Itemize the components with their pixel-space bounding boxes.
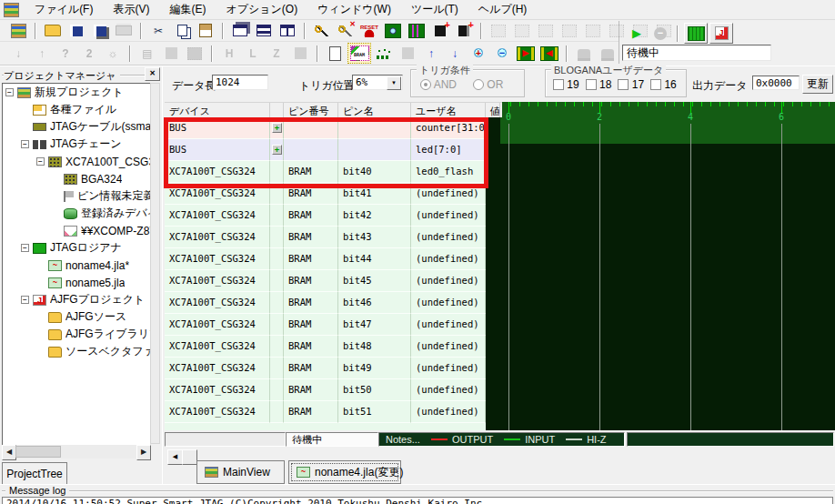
move-down-button[interactable]: ↓	[444, 44, 466, 63]
tree-item-1[interactable]: 各種ファイル	[3, 101, 150, 118]
boundary-scan-view-button[interactable]	[382, 21, 404, 40]
column-header-デバイス[interactable]: デバイス	[165, 103, 270, 117]
table-row[interactable]: XC7A100T_CSG324BRAMbit40led0_flash	[165, 161, 486, 183]
set-high-button[interactable]: H	[218, 44, 240, 63]
trigger-out-button[interactable]: ◀	[538, 44, 560, 63]
chevron-down-icon[interactable]: ▼	[387, 76, 401, 90]
update-button[interactable]: 更新	[802, 75, 833, 94]
tree-vertical-scrollbar[interactable]	[150, 83, 160, 444]
table-row[interactable]: XC7A100T_CSG324BRAMbit44(undefined)	[165, 248, 486, 270]
paste-button[interactable]	[195, 21, 216, 40]
copy-button[interactable]	[171, 21, 193, 40]
run-status-field[interactable]: 待機中	[622, 45, 771, 61]
menu-item-3[interactable]: オプション(O)	[216, 0, 307, 19]
zoom-in-button[interactable]: +	[468, 44, 489, 63]
tree-item-0[interactable]: −新規プロジェクト	[3, 84, 150, 101]
new-waveform-button[interactable]	[324, 44, 346, 63]
tree-expander-icon[interactable]: −	[36, 157, 45, 166]
table-row[interactable]: BUS+counter[31:0]	[165, 117, 486, 139]
data-length-input[interactable]: 1024	[212, 75, 268, 90]
menu-item-2[interactable]: 編集(E)	[159, 0, 216, 19]
chip-gray-button[interactable]	[184, 44, 206, 63]
open-project-button[interactable]	[42, 21, 64, 40]
tree-item-5[interactable]: BGA324	[3, 170, 150, 187]
tab-project-tree[interactable]: ProjectTree	[2, 462, 67, 484]
expand-bus-icon[interactable]: +	[272, 123, 282, 133]
close-panel-button[interactable]: ✕	[145, 67, 160, 81]
blogana-bit-16-checkbox[interactable]: 16	[650, 78, 677, 91]
verify-button[interactable]: ?	[55, 44, 76, 63]
tab-scroll-box[interactable]	[182, 449, 197, 465]
menu-item-5[interactable]: ツール(T)	[401, 0, 468, 19]
print-button[interactable]	[113, 21, 135, 40]
menu-item-6[interactable]: ヘルプ(H)	[468, 0, 538, 19]
tree-item-3[interactable]: −JTAGチェーン	[3, 136, 150, 153]
table-row[interactable]: XC7A100T_CSG324BRAMbit47(undefined)	[165, 314, 486, 336]
scrollbar-thumb[interactable]	[15, 446, 61, 458]
trigger-position-select[interactable]: 6% ▼	[352, 75, 403, 90]
table-row[interactable]: XC7A100T_CSG324BRAMbit51(undefined)	[165, 401, 486, 423]
tree-expander-icon[interactable]: −	[21, 140, 29, 148]
column-header-ユーザ名[interactable]: ユーザ名	[411, 103, 486, 117]
tab-main-view[interactable]: MainView	[196, 460, 285, 484]
placeholder-2-button[interactable]	[289, 44, 311, 63]
tree-item-14[interactable]: AJFGライブラリファイル	[3, 326, 150, 343]
package-5-button[interactable]	[582, 21, 604, 40]
bga-view-button[interactable]	[7, 21, 29, 40]
blogana-bit-17-checkbox[interactable]: 17	[618, 78, 644, 91]
set-low-button[interactable]: L	[242, 44, 264, 63]
tree-item-6[interactable]: ピン情報未定義	[3, 187, 150, 205]
impact-2-button[interactable]	[597, 44, 619, 63]
blogana-bit-19-checkbox[interactable]: 19	[553, 78, 579, 91]
tab-scroll-left-icon[interactable]: ◀	[167, 449, 183, 465]
disconnect-cable-button[interactable]	[335, 21, 357, 40]
tree-item-4[interactable]: −XC7A100T_CSG324	[3, 153, 150, 170]
tree-item-11[interactable]: ~noname5.jla	[3, 274, 150, 291]
placeholder-1-button[interactable]	[160, 44, 182, 63]
placeholder-3-button[interactable]	[397, 44, 418, 63]
scroll-right-arrow-icon[interactable]: ▶	[136, 445, 151, 460]
cut-button[interactable]: ✂	[147, 21, 169, 40]
stop-button[interactable]: −	[649, 24, 671, 43]
impact-1-button[interactable]	[573, 44, 595, 63]
register-list-button[interactable]: ▤	[136, 44, 158, 63]
save-all-button[interactable]	[89, 21, 111, 40]
tree-expander-icon[interactable]: −	[5, 88, 14, 96]
ajfg-button[interactable]: J	[709, 23, 733, 44]
tree-item-13[interactable]: AJFGソース	[3, 308, 150, 326]
add-device-button[interactable]	[429, 21, 451, 40]
bram-view-button[interactable]: BRAM	[347, 43, 371, 64]
trigger-in-button[interactable]: ▶	[515, 44, 537, 63]
table-row[interactable]: XC7A100T_CSG324BRAMbit49(undefined)	[165, 358, 486, 379]
tree-item-12[interactable]: −JAJFGプロジェクト	[3, 291, 150, 308]
waveform-area[interactable]: 0246	[486, 102, 835, 430]
run-button[interactable]: ▶	[626, 24, 648, 43]
column-header-ピン番号[interactable]: ピン番号	[284, 103, 338, 117]
column-header-値[interactable]: 値	[486, 103, 500, 117]
table-row[interactable]: XC7A100T_CSG324BRAMbit42(undefined)	[165, 205, 486, 227]
add-device-list-button[interactable]	[453, 21, 475, 40]
save-button[interactable]	[65, 21, 87, 40]
tab-noname4[interactable]: ~ noname4.jla(変更)	[288, 460, 401, 484]
menu-item-4[interactable]: ウィンドウ(W)	[307, 0, 401, 19]
waveform-probe-button[interactable]	[373, 44, 395, 63]
table-row[interactable]: XC7A100T_CSG324BRAMbit46(undefined)	[165, 292, 486, 314]
tile-horizontal-button[interactable]	[253, 21, 275, 40]
tree-expander-icon[interactable]: −	[21, 244, 29, 252]
tile-vertical-button[interactable]	[277, 21, 298, 40]
notes-button[interactable]: Notes...	[386, 434, 420, 445]
connect-cable-button[interactable]	[311, 21, 333, 40]
reset-button[interactable]: RESET	[358, 21, 380, 40]
zoom-out-button[interactable]: −	[491, 44, 513, 63]
radio-and[interactable]: AND	[420, 78, 457, 91]
menu-item-1[interactable]: 表示(V)	[103, 0, 159, 19]
table-row[interactable]: XC7A100T_CSG324BRAMbit50(undefined)	[165, 379, 486, 401]
table-row[interactable]: XC7A100T_CSG324BRAMbit41(undefined)	[165, 183, 486, 205]
blogana-bit-18-checkbox[interactable]: 18	[586, 78, 612, 91]
blank-check-button[interactable]: ☼	[102, 44, 124, 63]
program-button[interactable]: 2	[78, 44, 100, 63]
tree-item-7[interactable]: 登録済みデバイス	[3, 205, 150, 222]
tree-item-8[interactable]: ¥¥XCOMP-Z87	[3, 222, 150, 239]
tree-item-2[interactable]: JTAGケーブル(ssmaj)	[3, 118, 150, 136]
expand-bus-icon[interactable]: +	[272, 145, 282, 155]
